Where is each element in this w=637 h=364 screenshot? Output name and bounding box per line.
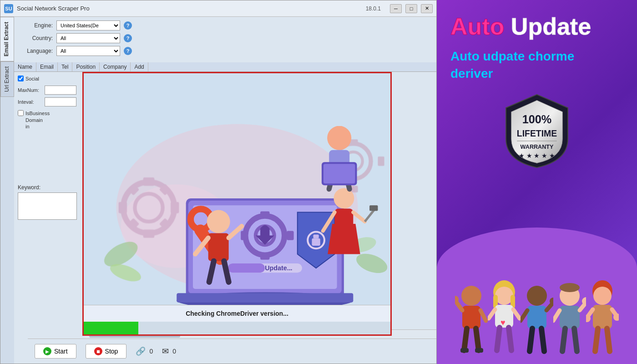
country-help-button[interactable]: ? bbox=[124, 34, 132, 42]
svg-text:Update...: Update... bbox=[265, 264, 292, 272]
svg-line-88 bbox=[521, 310, 527, 321]
maximize-button[interactable]: □ bbox=[405, 4, 417, 13]
country-row: Country: All ? bbox=[19, 33, 432, 43]
country-select[interactable]: All bbox=[56, 33, 120, 43]
svg-line-85 bbox=[509, 328, 511, 350]
svg-rect-68 bbox=[462, 306, 480, 329]
svg-point-86 bbox=[527, 286, 547, 306]
svg-line-72 bbox=[464, 329, 467, 350]
email-icon: ✉ bbox=[162, 346, 169, 356]
promo-area: Auto Update Auto udpate chorme deriver 1… bbox=[437, 0, 637, 364]
side-tabs: Email Extract Url Extract bbox=[0, 17, 14, 364]
app-title: Social Network Scraper Pro bbox=[17, 5, 366, 12]
language-help-button[interactable]: ? bbox=[124, 47, 132, 55]
promo-subtitle-line1: Auto udpate chorme bbox=[450, 49, 623, 64]
svg-line-71 bbox=[480, 310, 486, 321]
svg-rect-5 bbox=[143, 229, 155, 238]
svg-line-91 bbox=[530, 329, 532, 351]
svg-point-103 bbox=[593, 287, 612, 305]
svg-rect-87 bbox=[527, 306, 546, 329]
maxnum-input[interactable] bbox=[45, 86, 76, 95]
promo-title: Auto Update bbox=[450, 14, 623, 40]
close-button[interactable]: ✕ bbox=[421, 4, 433, 13]
svg-line-48 bbox=[365, 210, 374, 222]
svg-rect-42 bbox=[313, 235, 318, 238]
language-label: Language: bbox=[19, 48, 53, 54]
svg-rect-75 bbox=[475, 348, 483, 353]
table-header: Name Email Tel Position Company Add bbox=[14, 62, 436, 72]
svg-text:LIFETIME: LIFETIME bbox=[517, 128, 557, 138]
svg-rect-6 bbox=[119, 202, 127, 213]
svg-text:WARRANTY: WARRANTY bbox=[521, 144, 554, 150]
person-4 bbox=[553, 278, 586, 364]
people-row: ♥ bbox=[437, 273, 637, 364]
play-icon: ▶ bbox=[43, 347, 51, 355]
update-overlay: Update... bbox=[82, 72, 392, 336]
content-area: Social MaxNum: Inteval: IsBusinessDomain… bbox=[14, 72, 436, 364]
interval-label: Inteval: bbox=[18, 99, 43, 105]
start-button[interactable]: ▶ Start bbox=[35, 344, 76, 359]
left-panel: Social MaxNum: Inteval: IsBusinessDomain… bbox=[14, 72, 85, 329]
svg-rect-39 bbox=[177, 293, 353, 302]
stop-button[interactable]: ⏹ Stop bbox=[86, 344, 127, 359]
svg-point-44 bbox=[334, 188, 354, 208]
svg-line-84 bbox=[497, 328, 500, 350]
svg-rect-33 bbox=[241, 231, 248, 240]
social-label: Social bbox=[25, 76, 39, 82]
interval-input[interactable] bbox=[45, 97, 76, 106]
person-1 bbox=[455, 278, 488, 364]
engine-select[interactable]: United States(De bbox=[56, 20, 120, 30]
maxnum-label: MaxNum: bbox=[18, 87, 43, 93]
bottom-bar: ▶ Start ⏹ Stop 🔗 0 ✉ 0 bbox=[28, 339, 436, 364]
progress-bar-container bbox=[84, 322, 390, 334]
engine-row: Engine: United States(De ? bbox=[19, 20, 432, 30]
svg-point-27 bbox=[196, 215, 205, 224]
svg-rect-34 bbox=[287, 231, 293, 240]
col-position: Position bbox=[72, 62, 100, 71]
window-controls: ─ □ ✕ bbox=[390, 4, 433, 13]
svg-line-100 bbox=[562, 329, 565, 351]
svg-line-81 bbox=[489, 309, 495, 318]
svg-line-92 bbox=[541, 329, 544, 351]
svg-rect-43 bbox=[312, 238, 320, 246]
email-count: 0 bbox=[172, 348, 176, 355]
svg-point-50 bbox=[207, 210, 230, 233]
svg-rect-61 bbox=[324, 164, 355, 183]
svg-point-67 bbox=[461, 286, 481, 306]
svg-rect-36 bbox=[228, 263, 265, 273]
main-content: Engine: United States(De ? Country: All … bbox=[14, 17, 436, 364]
country-label: Country: bbox=[19, 35, 53, 41]
svg-text:★ ★ ★ ★ ★: ★ ★ ★ ★ ★ bbox=[519, 152, 555, 159]
svg-line-110 bbox=[607, 329, 610, 351]
svg-rect-4 bbox=[143, 177, 155, 186]
person-2: ♥ bbox=[488, 278, 521, 364]
minimize-button[interactable]: ─ bbox=[390, 4, 402, 13]
social-checkbox[interactable] bbox=[18, 76, 24, 81]
social-checkbox-row: Social bbox=[18, 76, 81, 82]
col-tel: Tel bbox=[58, 62, 72, 71]
isbusiness-checkbox[interactable] bbox=[18, 110, 24, 116]
app-icon: SU bbox=[4, 4, 13, 13]
tab-url-extract[interactable]: Url Extract bbox=[0, 61, 14, 97]
svg-rect-7 bbox=[171, 202, 179, 213]
engine-help-button[interactable]: ? bbox=[124, 21, 132, 30]
link-count-item: 🔗 0 bbox=[136, 346, 153, 356]
language-row: Language: All ? bbox=[19, 46, 432, 56]
promo-subtitle-line2: deriver bbox=[450, 66, 623, 81]
engine-label: Engine: bbox=[19, 22, 53, 29]
keyword-input[interactable] bbox=[18, 192, 77, 220]
keyword-section: Keyword: bbox=[18, 184, 81, 221]
svg-rect-51 bbox=[208, 233, 229, 261]
svg-line-73 bbox=[476, 329, 479, 350]
shield-badge: 100% LIFETIME WARRANTY ★ ★ ★ ★ ★ bbox=[500, 92, 573, 170]
app-window: SU Social Network Scraper Pro 18.0.1 ─ □… bbox=[0, 0, 437, 364]
language-select[interactable]: All bbox=[56, 46, 120, 56]
svg-point-56 bbox=[327, 126, 351, 150]
tab-email-extract[interactable]: Email Extract bbox=[0, 17, 14, 61]
svg-rect-104 bbox=[593, 305, 612, 329]
svg-text:100%: 100% bbox=[522, 113, 552, 126]
col-add: Add bbox=[131, 62, 148, 71]
svg-rect-95 bbox=[560, 306, 580, 329]
update-status-text: Checking ChromeDriver version... bbox=[84, 305, 390, 322]
link-icon: 🔗 bbox=[136, 346, 146, 356]
